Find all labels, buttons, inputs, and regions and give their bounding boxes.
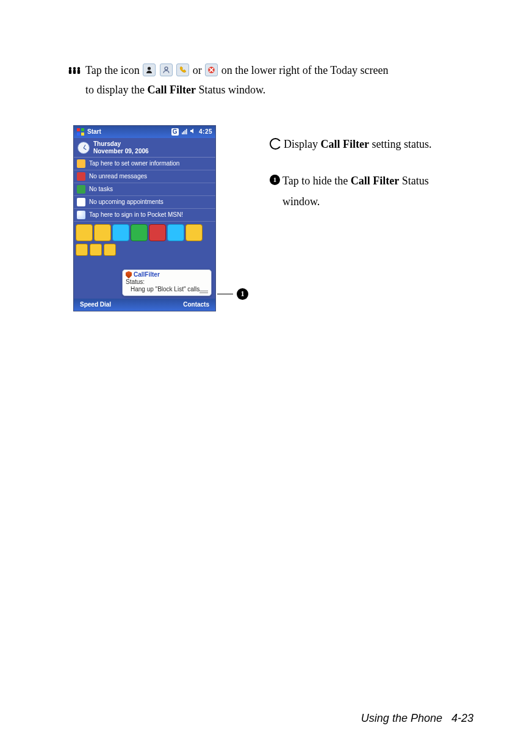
calendar-text: No upcoming appointments <box>89 198 164 206</box>
owner-text: Tap here to set owner information <box>89 160 179 167</box>
windows-flag-icon <box>77 128 84 136</box>
note-1-line2: window. <box>282 195 320 208</box>
tasks-text: No tasks <box>89 186 113 193</box>
svg-rect-10 <box>183 131 184 134</box>
tray-icon-3[interactable] <box>104 244 116 256</box>
shield-icon <box>126 271 132 278</box>
softkey-left[interactable]: Speed Dial <box>80 301 111 308</box>
svg-point-0 <box>69 67 71 70</box>
signal-icon <box>182 128 187 136</box>
footer-section: Using the Phone <box>361 712 442 724</box>
date-day: Thursday <box>93 140 121 147</box>
date-block: Thursday November 09, 2006 <box>74 138 215 158</box>
callout-1: 1 <box>217 288 248 300</box>
filter-icon-block <box>205 64 218 76</box>
tasks-icon <box>77 185 85 194</box>
softkey-bar: Speed Dial Contacts <box>74 299 215 311</box>
clock-text: 4:25 <box>199 128 212 136</box>
note-c-bold: Call Filter <box>321 138 369 150</box>
svg-point-2 <box>73 67 76 70</box>
date-full: November 09, 2006 <box>93 148 149 154</box>
msn-icon <box>77 211 85 219</box>
svg-rect-9 <box>182 133 183 134</box>
svg-rect-1 <box>69 70 71 74</box>
softkey-right[interactable]: Contacts <box>183 301 209 308</box>
svg-rect-12 <box>186 129 187 134</box>
clock-icon <box>77 142 90 154</box>
status-icons: G 4:25 <box>171 128 212 136</box>
filter-icon-phone <box>176 64 189 76</box>
bullet-icon <box>68 64 81 79</box>
instruction-line2-prefix: to display the <box>85 84 148 96</box>
svg-rect-11 <box>185 130 186 134</box>
tray-row <box>74 244 215 258</box>
instruction-or: or <box>193 64 202 76</box>
status-g-icon: G <box>171 128 179 136</box>
launcher-icon-4[interactable] <box>131 224 148 241</box>
filter-icon-light-person <box>160 64 173 76</box>
launcher-icon-6[interactable] <box>167 224 184 241</box>
footer-page: 4-23 <box>451 712 473 724</box>
launcher-icon-7[interactable] <box>185 224 203 241</box>
svg-rect-5 <box>77 70 80 74</box>
tray-icon-2[interactable] <box>90 244 102 256</box>
popup-body: Hang up "Block List" calls <box>126 286 208 293</box>
filter-icon-dark-person <box>143 64 156 76</box>
page-footer: Using the Phone 4-23 <box>361 709 473 729</box>
msn-row[interactable]: Tap here to sign in to Pocket MSN! <box>74 209 215 222</box>
note-c-suffix: setting status. <box>369 138 432 150</box>
svg-rect-3 <box>73 70 76 74</box>
main-instruction: Tap the icon or on the lower right of th… <box>68 61 473 100</box>
msn-text: Tap here to sign in to Pocket MSN! <box>89 211 183 219</box>
launcher-icon-2[interactable] <box>94 224 111 241</box>
right-notes: Display Call Filter setting status. 1 Ta… <box>270 134 481 213</box>
instruction-line2-bold: Call Filter <box>148 84 196 96</box>
note-c-icon <box>270 138 281 150</box>
calendar-row[interactable]: No upcoming appointments <box>74 196 215 209</box>
resize-grip-icon[interactable] <box>200 290 208 294</box>
owner-row[interactable]: Tap here to set owner information <box>74 158 215 170</box>
svg-point-4 <box>77 67 80 70</box>
launcher-icon-5[interactable] <box>149 224 166 241</box>
messages-row[interactable]: No unread messages <box>74 170 215 183</box>
note-1: 1 Tap to hide the Call Filter Status win… <box>270 170 481 212</box>
popup-status-label: Status: <box>126 278 208 286</box>
svg-point-6 <box>148 67 151 70</box>
callfilter-popup: CallFilter Status: Hang up "Block List" … <box>122 269 212 296</box>
note-1-prefix: Tap to hide the <box>282 175 351 187</box>
instruction-text-1: Tap the icon <box>85 64 140 76</box>
popup-title: CallFilter <box>134 271 160 278</box>
callout-line <box>217 294 233 294</box>
note-c-prefix: Display <box>284 138 321 150</box>
mail-icon <box>77 172 85 181</box>
launcher-row <box>74 222 215 244</box>
title-bar-label: Start <box>87 128 101 136</box>
note-1-suffix: Status <box>399 175 429 187</box>
note-1-bold: Call Filter <box>351 175 399 187</box>
instruction-text-2: on the lower right of the Today screen <box>221 64 389 76</box>
launcher-icon-3[interactable] <box>112 224 129 241</box>
svg-point-7 <box>165 67 168 70</box>
today-screenshot: Start G 4:25 Thursday November 09, 2006 <box>73 125 216 311</box>
calendar-icon <box>77 198 85 206</box>
owner-icon <box>77 159 85 168</box>
tray-icon-1[interactable] <box>76 244 88 256</box>
note-c: Display Call Filter setting status. <box>270 134 481 154</box>
title-bar: Start G 4:25 <box>74 126 215 138</box>
callout-marker-1: 1 <box>237 288 248 300</box>
speaker-icon <box>190 128 196 136</box>
launcher-icon-1[interactable] <box>76 224 93 241</box>
messages-text: No unread messages <box>89 173 147 180</box>
instruction-line2-suffix: Status window. <box>196 84 265 96</box>
note-1-icon: 1 <box>270 175 280 185</box>
figure-area: Start G 4:25 Thursday November 09, 2006 <box>68 125 473 333</box>
tasks-row[interactable]: No tasks <box>74 183 215 196</box>
